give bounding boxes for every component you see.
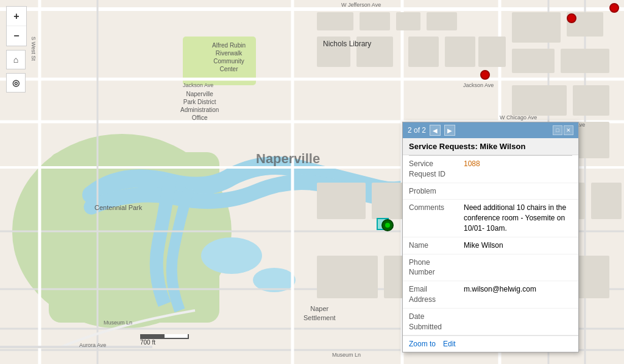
svg-point-4	[201, 237, 262, 274]
marker-red-1[interactable]	[567, 13, 576, 23]
popup-label-phone: PhoneNumber	[409, 257, 464, 278]
popup-footer: Zoom to Edit	[403, 335, 578, 352]
svg-rect-43	[317, 183, 366, 219]
map-controls: + − ⌂ ◎	[6, 6, 27, 93]
svg-rect-24	[427, 12, 457, 30]
popup-row-comments: Comments Need additional 10 chairs in th…	[403, 200, 578, 237]
popup-counter: 2 of 2	[408, 126, 426, 135]
home-button[interactable]: ⌂	[6, 50, 26, 69]
marker-green[interactable]	[381, 219, 394, 231]
svg-rect-22	[360, 12, 390, 30]
popup-header: 2 of 2 ◀ ▶ □ ✕	[403, 122, 578, 138]
svg-rect-25	[317, 37, 350, 67]
popup-next-button[interactable]: ▶	[444, 125, 455, 136]
popup-label-email: EmailAddress	[409, 284, 464, 305]
svg-rect-27	[408, 37, 439, 67]
popup-value-comments: Need additional 10 chairs in the confere…	[464, 203, 572, 233]
svg-rect-35	[573, 85, 609, 116]
popup-close-button[interactable]: ✕	[564, 125, 573, 135]
svg-rect-28	[445, 37, 475, 67]
scale-label: 700 ft	[140, 339, 155, 346]
popup-title: Service Requests: Mike Wilson	[403, 138, 578, 155]
popup-row-phone: PhoneNumber	[403, 254, 578, 282]
svg-rect-34	[512, 85, 567, 116]
svg-rect-29	[478, 37, 506, 67]
popup-value-name: Mike Wilson	[464, 240, 572, 251]
compass-button[interactable]: ◎	[6, 73, 26, 93]
scale-bar: 700 ft	[140, 334, 189, 346]
popup-value-email: m.wilson@helwig.com	[464, 284, 572, 295]
svg-rect-26	[356, 37, 393, 67]
svg-rect-48	[591, 183, 622, 219]
info-popup: 2 of 2 ◀ ▶ □ ✕ Service Requests: Mike Wi…	[402, 122, 579, 352]
map-container: Naperville Nichols Library Alfred RubinR…	[0, 0, 624, 364]
marker-red-2[interactable]	[480, 70, 490, 80]
popup-row-date: DateSubmitted	[403, 309, 578, 336]
popup-body: ServiceRequest ID 1088 Problem Comments …	[403, 156, 578, 335]
popup-minimize-button[interactable]: □	[553, 125, 562, 135]
popup-label-date: DateSubmitted	[409, 312, 464, 332]
zoom-in-button[interactable]: +	[7, 7, 26, 26]
svg-rect-30	[512, 12, 561, 43]
popup-row-name: Name Mike Wilson	[403, 237, 578, 254]
popup-label-comments: Comments	[409, 203, 464, 213]
zoom-to-link[interactable]: Zoom to	[409, 340, 436, 348]
svg-rect-32	[512, 49, 555, 73]
svg-rect-23	[396, 12, 420, 30]
svg-rect-21	[317, 12, 353, 30]
popup-label-name: Name	[409, 240, 464, 251]
zoom-out-button[interactable]: −	[7, 26, 26, 46]
popup-prev-button[interactable]: ◀	[430, 125, 441, 136]
popup-value-service-id: 1088	[464, 159, 572, 169]
popup-row-service-id: ServiceRequest ID 1088	[403, 156, 578, 183]
popup-label-service-id: ServiceRequest ID	[409, 159, 464, 180]
edit-link[interactable]: Edit	[443, 340, 456, 348]
popup-row-email: EmailAddress m.wilson@helwig.com	[403, 281, 578, 309]
marker-red-3[interactable]	[609, 3, 619, 13]
svg-rect-33	[561, 49, 609, 73]
popup-row-problem: Problem	[403, 183, 578, 200]
popup-label-problem: Problem	[409, 186, 464, 197]
svg-rect-38	[317, 256, 378, 298]
